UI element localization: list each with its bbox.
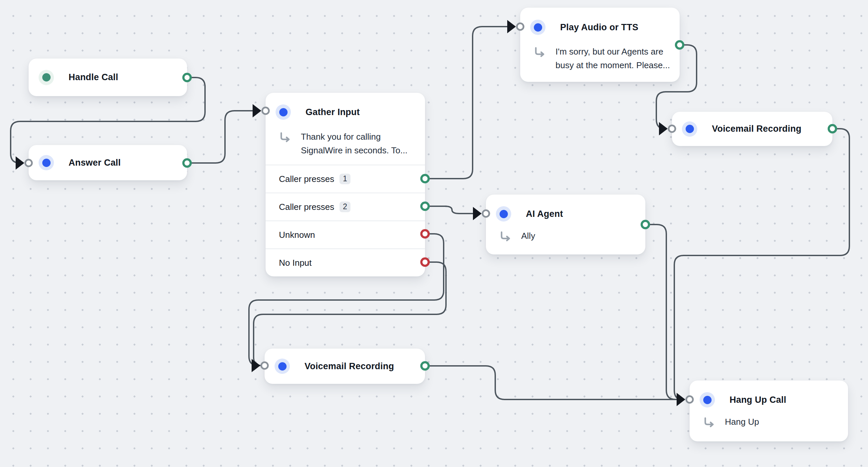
hang-up-action-text: Hang Up — [725, 415, 759, 429]
node-gather-input[interactable]: Gather Input Thank you for calling Signa… — [266, 93, 425, 276]
output-row-caller-presses-1[interactable]: Caller presses 1 — [266, 165, 425, 193]
node-title: Hang Up Call — [730, 395, 786, 405]
edge-ai-agent-to-hang-up[interactable] — [645, 225, 678, 399]
ai-agent-name: Ally — [521, 229, 535, 243]
ai-agent-icon — [496, 206, 511, 222]
node-handle-call[interactable]: Handle Call — [29, 59, 187, 96]
output-row-caller-presses-2[interactable]: Caller presses 2 — [266, 193, 425, 221]
node-title: AI Agent — [526, 209, 563, 219]
dtmf-badge: 2 — [339, 202, 350, 212]
edge-arrowhead — [659, 122, 668, 135]
flow-canvas[interactable]: Handle Call Answer Call Gather Input Tha… — [0, 0, 868, 467]
node-title: Play Audio or TTS — [560, 22, 638, 33]
reply-arrow-icon — [704, 417, 715, 428]
node-title: Voicemail Recording — [305, 361, 394, 371]
node-ai-agent[interactable]: AI Agent Ally — [486, 195, 645, 255]
edge-voicemail-right-to-hang-up[interactable] — [674, 129, 849, 399]
node-answer-call[interactable]: Answer Call — [29, 145, 187, 180]
gather-input-icon — [276, 104, 291, 120]
edge-arrowhead — [677, 393, 685, 406]
answer-call-icon — [39, 155, 54, 170]
tts-message-text: I'm sorry, but our Agents are busy at th… — [556, 45, 670, 72]
voicemail-icon — [682, 122, 697, 137]
gather-prompt-text: Thank you for calling SignalWire in seco… — [301, 130, 414, 157]
hang-up-icon — [700, 392, 715, 407]
node-voicemail-recording-bottom[interactable]: Voicemail Recording — [265, 348, 425, 384]
node-title: Gather Input — [306, 107, 360, 118]
edge-press2-to-ai-agent[interactable] — [425, 206, 474, 213]
output-row-no-input[interactable]: No Input — [266, 248, 425, 276]
edge-arrowhead — [252, 359, 260, 372]
edge-answer-to-gather[interactable] — [187, 111, 253, 163]
edge-arrowhead — [16, 156, 24, 170]
handle-call-icon — [39, 70, 54, 85]
output-row-unknown[interactable]: Unknown — [266, 221, 425, 248]
dtmf-badge: 1 — [339, 174, 350, 184]
edge-arrowhead — [473, 207, 482, 220]
edge-voicemail-to-hang-up[interactable] — [425, 366, 677, 399]
node-title: Voicemail Recording — [712, 124, 801, 134]
node-title: Answer Call — [68, 158, 121, 168]
node-voicemail-recording-right[interactable]: Voicemail Recording — [672, 112, 832, 146]
play-audio-icon — [530, 20, 546, 35]
edge-press1-to-play-audio[interactable] — [425, 27, 508, 178]
node-play-audio-tts[interactable]: Play Audio or TTS I'm sorry, but our Age… — [520, 8, 680, 82]
reply-arrow-icon — [280, 132, 291, 143]
edge-arrowhead — [507, 20, 516, 33]
voicemail-icon — [275, 359, 290, 374]
node-hang-up-call[interactable]: Hang Up Call Hang Up — [690, 380, 848, 441]
node-title: Handle Call — [68, 72, 118, 82]
reply-arrow-icon — [534, 47, 546, 58]
reply-arrow-icon — [500, 231, 511, 242]
edge-arrowhead — [253, 104, 261, 118]
